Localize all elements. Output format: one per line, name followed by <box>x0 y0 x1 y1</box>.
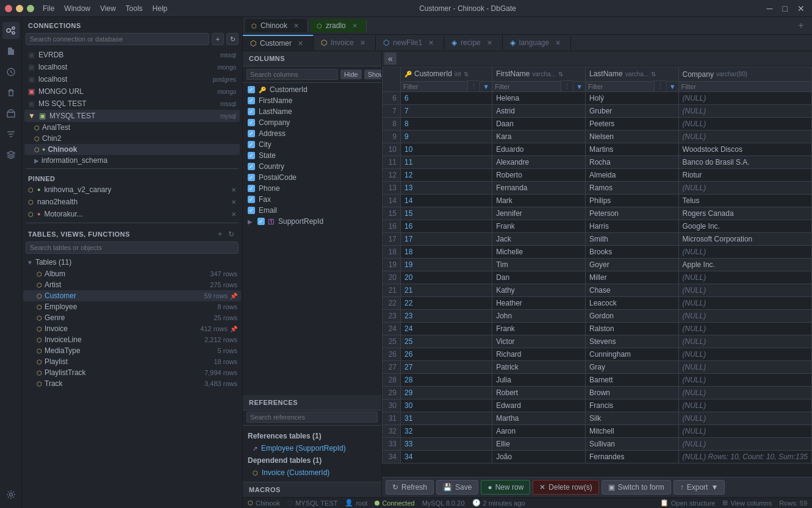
cell-company[interactable]: (NULL) <box>678 387 811 399</box>
col-item-state[interactable]: ✓ State <box>243 150 381 161</box>
cell-lastname[interactable]: Martins <box>586 143 679 156</box>
cell-company[interactable]: Banco do Brasil S.A. <box>678 156 811 169</box>
cell-lastname[interactable]: Gordon <box>586 310 679 323</box>
th-sort-icon[interactable]: ⇅ <box>558 71 563 77</box>
filter-active-button[interactable]: ▼ <box>666 81 678 91</box>
cell-lastname[interactable]: Smith <box>586 233 679 246</box>
table-row[interactable]: 1919TimGoyerApple Inc. <box>383 259 812 271</box>
open-structure-link[interactable]: 📋 Open structure <box>660 499 716 507</box>
tab-language[interactable]: ◈ language ✕ <box>503 35 571 50</box>
cell-customerid[interactable]: 32 <box>401 425 492 438</box>
cell-company[interactable]: (NULL) <box>678 92 811 105</box>
tab-group-label-zradlo[interactable]: ⬡ zradlo ✕ <box>311 19 367 32</box>
table-row[interactable]: 2424FrankRalston(NULL) <box>383 323 812 335</box>
cell-lastname[interactable]: Silk <box>586 412 679 425</box>
cell-firstname[interactable]: Richard <box>492 348 586 361</box>
search-columns-input[interactable] <box>246 69 338 80</box>
close-button[interactable]: ✕ <box>795 4 807 13</box>
th-sort-icon[interactable]: ⇅ <box>651 71 656 77</box>
table-row[interactable]: 1717JackSmithMicrosoft Corporation <box>383 233 812 246</box>
cell-company[interactable]: (NULL) <box>678 335 811 348</box>
menu-help[interactable]: Help <box>149 3 171 14</box>
cell-company[interactable]: Microsoft Corporation <box>678 233 811 246</box>
view-columns-link[interactable]: ⊞ View columns <box>722 499 772 507</box>
db-item-chin2[interactable]: ⬡ Chin2 <box>24 133 240 144</box>
cell-customerid[interactable]: 25 <box>401 335 492 348</box>
filter-active-button[interactable]: ▼ <box>480 81 492 91</box>
col-checkbox[interactable]: ✓ <box>257 218 265 225</box>
cell-firstname[interactable]: Victor <box>492 335 586 348</box>
col-checkbox[interactable]: ✓ <box>248 119 255 126</box>
cell-customerid[interactable]: 22 <box>401 297 492 310</box>
cell-firstname[interactable]: Heather <box>492 297 586 310</box>
cell-company[interactable]: Woodstock Discos <box>678 143 811 156</box>
cell-company[interactable]: (NULL) <box>678 425 811 438</box>
cell-lastname[interactable]: Peterson <box>586 207 679 220</box>
col-checkbox[interactable]: ✓ <box>248 207 255 214</box>
cell-firstname[interactable]: Robert <box>492 387 586 399</box>
cell-company[interactable]: Riotur <box>678 169 811 182</box>
cell-lastname[interactable]: Barnett <box>586 374 679 387</box>
conn-item-mysql-test[interactable]: ▼ ▣ MYSQL TEST mysql <box>24 110 240 122</box>
cell-customerid[interactable]: 26 <box>401 348 492 361</box>
sidebar-history-icon[interactable] <box>2 63 20 80</box>
col-item-lastname[interactable]: ✓ LastName <box>243 106 381 117</box>
db-item-info-schema[interactable]: ▶ information_schema <box>24 155 240 166</box>
table-row[interactable]: 2525VictorStevens(NULL) <box>383 335 812 348</box>
sidebar-connections-icon[interactable] <box>2 22 20 39</box>
conn-item-mongo-url[interactable]: ▣ MONGO URL mongo <box>24 85 240 98</box>
cell-firstname[interactable]: Julia <box>492 374 586 387</box>
table-row[interactable]: 2020DanMiller(NULL) <box>383 271 812 284</box>
table-row[interactable]: 2929RobertBrown(NULL) <box>383 387 812 399</box>
tab-group-label-chinook[interactable]: ⬡ Chinook ✕ <box>245 19 308 32</box>
save-button[interactable]: 💾 Save <box>436 480 478 495</box>
pinned-item-0[interactable]: ⬡ ● knihovna_v2_canary ✕ <box>24 184 240 196</box>
cell-customerid[interactable]: 6 <box>401 92 492 105</box>
table-item-playlist[interactable]: ⬡ Playlist 18 rows <box>23 356 241 367</box>
table-row[interactable]: 3131MarthaSilk(NULL) <box>383 412 812 425</box>
show-columns-button[interactable]: Show <box>364 70 382 79</box>
new-row-button[interactable]: ● New row <box>481 480 530 495</box>
cell-customerid[interactable]: 13 <box>401 182 492 195</box>
conn-item-localhost-mongo[interactable]: ▣ localhost mongo <box>24 61 240 73</box>
tab-customer[interactable]: ⬡ Customer ✕ <box>243 35 314 51</box>
table-row[interactable]: 88DaanPeeters(NULL) <box>383 118 812 131</box>
tab-recipe[interactable]: ◈ recipe ✕ <box>444 35 503 50</box>
search-table-input[interactable] <box>26 241 239 254</box>
cell-firstname[interactable]: Michelle <box>492 246 586 259</box>
close-zradlo-button[interactable]: ✕ <box>350 22 360 30</box>
filter-company[interactable] <box>679 81 811 91</box>
close-tab-button[interactable]: ✕ <box>553 39 563 47</box>
cell-lastname[interactable]: Harris <box>586 220 679 233</box>
switch-form-button[interactable]: ▣ Switch to form <box>602 480 671 495</box>
search-references-input[interactable] <box>246 412 378 423</box>
col-item-customerid[interactable]: ✓ 🔑 CustomerId <box>243 84 381 95</box>
cell-company[interactable]: (NULL) Rows: 10, Count: 10, Sum:135 <box>678 451 811 463</box>
col-item-phone[interactable]: ✓ Phone <box>243 183 381 194</box>
cell-firstname[interactable]: Roberto <box>492 169 586 182</box>
col-checkbox[interactable]: ✓ <box>248 185 255 192</box>
cell-company[interactable]: Rogers Canada <box>678 207 811 220</box>
minimize-button[interactable]: ─ <box>764 4 775 13</box>
cell-lastname[interactable]: Gray <box>586 361 679 374</box>
cell-company[interactable]: (NULL) <box>678 284 811 297</box>
cell-lastname[interactable]: Mitchell <box>586 425 679 438</box>
conn-item-localhost-postgres[interactable]: ▣ localhost postgres <box>24 73 240 85</box>
add-table-button[interactable]: + <box>216 229 224 239</box>
unpin-button[interactable]: ✕ <box>231 211 236 218</box>
cell-customerid[interactable]: 9 <box>401 131 492 143</box>
col-checkbox[interactable]: ✓ <box>248 152 255 159</box>
menu-view[interactable]: View <box>96 3 120 14</box>
filter-menu-button[interactable]: ⋮ <box>467 80 480 91</box>
cell-company[interactable]: (NULL) <box>678 118 811 131</box>
cell-firstname[interactable]: Kara <box>492 131 586 143</box>
ref-employee[interactable]: ↗ Employee (SupportRepId) <box>243 443 381 454</box>
table-item-album[interactable]: ⬡ Album 347 rows <box>23 268 241 279</box>
hide-columns-button[interactable]: Hide <box>340 70 362 79</box>
cell-company[interactable]: (NULL) <box>678 105 811 118</box>
col-checkbox[interactable]: ✓ <box>248 196 255 203</box>
cell-lastname[interactable]: Ramos <box>586 182 679 195</box>
table-row[interactable]: 1313FernandaRamos(NULL) <box>383 182 812 195</box>
cell-customerid[interactable]: 17 <box>401 233 492 246</box>
table-item-track[interactable]: ⬡ Track 3,483 rows <box>23 378 241 389</box>
